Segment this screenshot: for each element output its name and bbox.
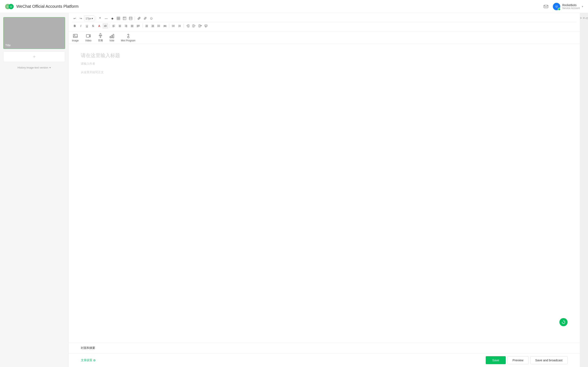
align-right-button[interactable]: [123, 23, 129, 29]
svg-rect-6: [544, 5, 548, 8]
table-icon: [117, 17, 120, 20]
user-info[interactable]: Rocketbots Service Account ▾: [553, 3, 583, 10]
link-button[interactable]: [136, 16, 142, 21]
article-settings-link[interactable]: 文章设置 ⚙: [81, 359, 96, 362]
save-button[interactable]: Save: [486, 356, 506, 364]
svg-point-8: [555, 6, 556, 7]
miniprogram-button[interactable]: Mini Program: [121, 33, 135, 42]
svg-rect-78: [73, 34, 77, 38]
redo-button[interactable]: ↪: [78, 16, 84, 21]
align-justify2-button[interactable]: [135, 23, 141, 29]
outdent-button[interactable]: [150, 23, 156, 29]
add-article-button[interactable]: +: [3, 51, 65, 62]
insert-col-right-button[interactable]: +: [191, 23, 197, 29]
hr-button[interactable]: —: [103, 16, 109, 21]
vote-label: Vote: [109, 39, 114, 42]
number-list-button[interactable]: 1.2.3.: [177, 23, 182, 29]
align-center-icon: [118, 25, 121, 27]
bullet-list-icon: [172, 25, 175, 27]
body-input[interactable]: 从这里开始写正文: [81, 71, 568, 152]
video-button[interactable]: Video: [85, 33, 91, 42]
svg-point-54: [172, 26, 173, 26]
header-right: Rocketbots Service Account ▾: [543, 3, 583, 10]
strikethrough-button[interactable]: S: [90, 23, 96, 29]
unlink-icon: [144, 17, 147, 20]
divider-5: [169, 24, 169, 28]
align-right-icon: [125, 25, 127, 27]
line-height-button[interactable]: [156, 23, 162, 29]
svg-point-52: [172, 25, 173, 25]
history-version-link[interactable]: History image-text version ▾: [3, 65, 65, 70]
unlink-button[interactable]: [142, 16, 148, 21]
highlight-button[interactable]: ab: [103, 23, 108, 29]
history-label: History image-text version: [17, 66, 48, 69]
miniprogram-icon: [126, 33, 131, 38]
cover-title: 封面和摘要: [81, 346, 95, 350]
underline-button[interactable]: U: [84, 23, 90, 29]
image-button[interactable]: Image: [72, 33, 79, 42]
align-left-button[interactable]: [111, 23, 117, 29]
table3-icon: [129, 17, 132, 20]
align-center-button[interactable]: [117, 23, 123, 29]
diamond-button[interactable]: ◆: [109, 16, 115, 21]
table2-icon: [123, 17, 126, 20]
table3-button[interactable]: [128, 16, 134, 21]
svg-rect-18: [129, 17, 132, 20]
svg-rect-86: [113, 34, 114, 38]
insert-col-left-icon: +: [186, 25, 190, 27]
undo-button[interactable]: ↩: [72, 16, 78, 21]
font-size-select[interactable]: 17px ▾: [84, 16, 95, 21]
table-button[interactable]: [116, 16, 121, 21]
settings-chevron-icon: ⚙: [93, 359, 96, 362]
insert-col-right-icon: +: [192, 25, 196, 27]
svg-point-1: [8, 4, 14, 9]
svg-point-56: [172, 26, 173, 27]
video-icon: [86, 33, 91, 38]
bold-button[interactable]: B: [72, 23, 78, 29]
content-area: 请在这里输入标题 请输入作者 从这里开始写正文: [69, 44, 580, 342]
svg-point-4: [10, 6, 11, 6]
emoji-button[interactable]: ☺: [148, 16, 154, 21]
image-label: Image: [72, 39, 79, 42]
toolbar: ↩ ↪ 17px ▾ ❝ — ◆: [69, 13, 580, 31]
blockquote-button[interactable]: ❝: [97, 16, 103, 21]
svg-point-7: [554, 4, 559, 8]
delete-row-button[interactable]: [203, 23, 209, 29]
platform-title: WeChat Official Accounts Platform: [16, 4, 79, 9]
article-thumbnail: Title: [4, 17, 65, 49]
user-text: Rocketbots Service Account: [562, 3, 580, 9]
italic-button[interactable]: I: [78, 23, 84, 29]
save-broadcast-button[interactable]: Save and broadcast: [530, 356, 568, 364]
refresh-button[interactable]: [559, 318, 568, 326]
user-role: Service Account: [562, 7, 580, 9]
divider-6: [183, 24, 184, 28]
indent-button[interactable]: [144, 23, 149, 29]
header-left: WeChat Official Accounts Platform: [5, 2, 79, 11]
align-left-icon: [112, 25, 115, 27]
side-panel-text: Q&A: [579, 17, 588, 19]
audio-button[interactable]: 音频: [98, 33, 103, 42]
verified-badge: [558, 8, 561, 11]
media-toolbar: Image Video 音频: [69, 31, 580, 44]
line-height-icon: [157, 25, 160, 27]
author-input[interactable]: 请输入作者: [81, 62, 568, 66]
font-color-button[interactable]: A: [96, 23, 102, 29]
font-size-value: 17px: [86, 17, 91, 20]
insert-col-left-button[interactable]: +: [185, 23, 191, 29]
bottom-bar: 文章设置 ⚙ Save Preview Save and broadcast: [69, 353, 580, 367]
svg-rect-84: [110, 36, 111, 38]
settings-label: 文章设置: [81, 359, 92, 362]
preview-button[interactable]: Preview: [507, 356, 528, 364]
outdent-icon: [151, 25, 154, 27]
align-justify-button[interactable]: [129, 23, 135, 29]
cover-section: 封面和摘要: [69, 342, 580, 353]
vote-button[interactable]: Vote: [109, 33, 114, 42]
article-card[interactable]: Title: [3, 17, 65, 49]
table2-button[interactable]: [122, 16, 127, 21]
letter-spacing-button[interactable]: |A|: [162, 23, 168, 29]
mail-icon[interactable]: [543, 4, 549, 9]
divider-3: [109, 24, 110, 28]
bullet-list-button[interactable]: [171, 23, 176, 29]
delete-col-button[interactable]: [197, 23, 203, 29]
title-input[interactable]: 请在这里输入标题: [81, 52, 568, 59]
